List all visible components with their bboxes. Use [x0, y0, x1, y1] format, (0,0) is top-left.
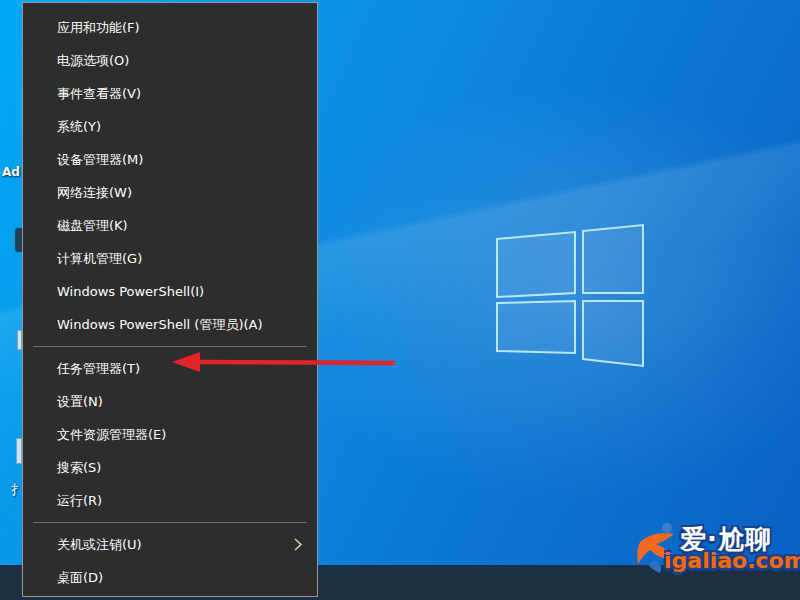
menu-item-run[interactable]: 运行(R) [23, 484, 317, 517]
menu-item-settings[interactable]: 设置(N) [23, 385, 317, 418]
winx-context-menu: 应用和功能(F) 电源选项(O) 事件查看器(V) 系统(Y) 设备管理器(M)… [22, 2, 318, 597]
menu-item-disk-management[interactable]: 磁盘管理(K) [23, 209, 317, 242]
menu-item-system[interactable]: 系统(Y) [23, 110, 317, 143]
menu-item-network-connections[interactable]: 网络连接(W) [23, 176, 317, 209]
desktop: Ad 扌 英 [0, 0, 800, 600]
desktop-icon-label-fragment[interactable]: Ad [2, 165, 20, 179]
menu-separator [33, 522, 307, 523]
menu-separator [33, 346, 307, 347]
menu-item-powershell-admin[interactable]: Windows PowerShell (管理员)(A) [23, 308, 317, 341]
menu-item-power-options[interactable]: 电源选项(O) [23, 44, 317, 77]
menu-item-apps-features[interactable]: 应用和功能(F) [23, 11, 317, 44]
chevron-right-icon [293, 537, 303, 552]
menu-item-task-manager[interactable]: 任务管理器(T) [23, 352, 317, 385]
menu-item-event-viewer[interactable]: 事件查看器(V) [23, 77, 317, 110]
menu-item-search[interactable]: 搜索(S) [23, 451, 317, 484]
menu-item-desktop[interactable]: 桌面(D) [23, 561, 317, 594]
menu-item-file-explorer[interactable]: 文件资源管理器(E) [23, 418, 317, 451]
menu-item-shutdown-signout[interactable]: 关机或注销(U) [23, 528, 317, 561]
menu-item-device-manager[interactable]: 设备管理器(M) [23, 143, 317, 176]
menu-item-powershell[interactable]: Windows PowerShell(I) [23, 275, 317, 308]
desktop-icon-fragment[interactable] [15, 228, 22, 252]
menu-item-computer-management[interactable]: 计算机管理(G) [23, 242, 317, 275]
